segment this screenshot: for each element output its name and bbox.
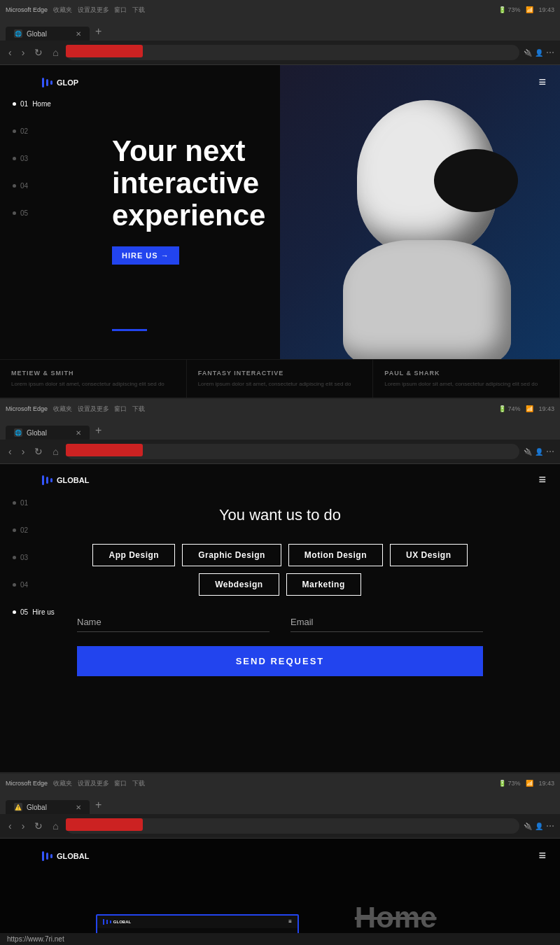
- service-ux-design[interactable]: UX Design: [390, 544, 468, 566]
- top-nav-1: GLOP ≡: [0, 65, 560, 99]
- s2-label-05: Hire us: [32, 608, 55, 616]
- logo-bar-2: [46, 79, 48, 86]
- logo-bar-1: [42, 78, 44, 88]
- forward-btn-3[interactable]: ›: [19, 819, 28, 833]
- s2-dot-02: [13, 528, 16, 532]
- url-text: https://www.7ri.net: [7, 935, 64, 943]
- client-name-3: PAUL & SHARK: [384, 370, 548, 377]
- home-btn-2[interactable]: ⌂: [50, 444, 61, 458]
- service-marketing[interactable]: Marketing: [286, 573, 361, 596]
- suit-body: [343, 240, 511, 359]
- email-field-wrapper: Email: [290, 617, 483, 632]
- big-nav-home[interactable]: Home: [355, 902, 464, 934]
- hamburger-menu-2[interactable]: ≡: [538, 472, 546, 487]
- s2-side-02[interactable]: 02: [13, 526, 55, 534]
- mini-logo-area: GLOBAL: [103, 919, 131, 925]
- service-app-design[interactable]: App Design: [92, 544, 175, 566]
- s2-side-03[interactable]: 03: [13, 554, 55, 561]
- s2-side-01[interactable]: 01: [13, 499, 55, 507]
- side-nav-2: 01 02 03 04 05 Hire us: [13, 499, 55, 616]
- browser-addressbar-2: ‹ › ↻ ⌂ 🔌 👤 ⋯: [0, 440, 560, 463]
- logo-text: GLOP: [57, 78, 78, 87]
- logo-bar-6: [50, 478, 52, 482]
- tab-favicon-3: ⚠️: [14, 803, 22, 811]
- more-icon-2[interactable]: ⋯: [546, 447, 554, 456]
- mini-logo-bar1: [103, 919, 104, 925]
- browser-window-1: Microsoft Edge 收藏夹 设置及更多 窗口 下载 🔋 73% 📶 1…: [0, 0, 560, 65]
- email-label: Email: [290, 617, 483, 632]
- send-request-button[interactable]: SEND REQUEST: [77, 646, 483, 676]
- hamburger-menu-3[interactable]: ≡: [538, 848, 546, 863]
- service-webdesign[interactable]: Webdesign: [199, 573, 279, 596]
- client-item-3: PAUL & SHARK Lorem ipsum dolor sit amet,…: [373, 360, 560, 398]
- new-tab-btn-3[interactable]: +: [90, 796, 107, 814]
- logo-bar-5: [46, 477, 48, 484]
- browser-addressbar-1: ‹ › ↻ ⌂ 🔌 👤 ⋯: [0, 41, 560, 64]
- browser-app-name-3: Microsoft Edge: [6, 780, 48, 787]
- hamburger-menu-1[interactable]: ≡: [538, 75, 546, 90]
- back-btn-3[interactable]: ‹: [6, 819, 15, 833]
- progress-indicator: [112, 329, 147, 331]
- side-nav-item-01[interactable]: 01 Home: [13, 100, 51, 108]
- service-motion-design[interactable]: Motion Design: [288, 544, 383, 566]
- browser-tab-global-3[interactable]: ⚠️ Global ✕: [6, 800, 90, 814]
- new-tab-btn-2[interactable]: +: [90, 421, 107, 440]
- profile-icon-2: 👤: [535, 448, 543, 456]
- tab-close-btn-3[interactable]: ✕: [76, 804, 81, 811]
- service-buttons-group: App Design Graphic Design Motion Design …: [70, 544, 490, 596]
- tab-favicon: 🌐: [14, 29, 22, 38]
- logo-3: GLOBAL: [42, 851, 89, 861]
- logo-1: GLOP: [42, 78, 78, 88]
- s2-side-05[interactable]: 05 Hire us: [13, 608, 55, 616]
- refresh-btn[interactable]: ↻: [31, 46, 46, 59]
- refresh-btn-2[interactable]: ↻: [31, 444, 46, 458]
- address-bar-container-2: [66, 444, 519, 459]
- side-num-05: 05: [20, 209, 28, 217]
- logo-text-3: GLOBAL: [57, 852, 89, 860]
- browser-menu-items-3: 收藏夹 设置及更多 窗口 下载: [53, 779, 145, 788]
- hire-us-button[interactable]: HIRE US →: [112, 246, 179, 265]
- more-icon[interactable]: ⋯: [546, 48, 554, 57]
- tab-favicon-2: 🌐: [14, 428, 22, 437]
- back-btn[interactable]: ‹: [6, 46, 15, 59]
- tab-label-3: Global: [27, 804, 47, 811]
- browser-tab-global-2[interactable]: 🌐 Global ✕: [6, 426, 90, 440]
- forward-btn[interactable]: ›: [19, 46, 28, 59]
- side-num-01: 01: [20, 100, 28, 108]
- new-tab-btn[interactable]: +: [90, 22, 107, 41]
- tab-close-btn-2[interactable]: ✕: [76, 429, 81, 437]
- browser-topbar-1: Microsoft Edge 收藏夹 设置及更多 窗口 下载 🔋 73% 📶 1…: [0, 0, 560, 20]
- browser-topbar-3: Microsoft Edge 收藏夹 设置及更多 窗口 下载 🔋 73% 📶 1…: [0, 774, 560, 793]
- more-icon-3[interactable]: ⋯: [546, 821, 554, 831]
- browser-sys-icons-2: 🔋 74% 📶 19:43: [498, 405, 554, 412]
- nav-overlay-section: GLOBAL ≡ GLOBAL ≡: [0, 839, 560, 945]
- side-nav-item-04[interactable]: 04: [13, 182, 51, 190]
- hero-content: Your next interactive experience HIRE US…: [112, 135, 364, 265]
- side-dot-04: [13, 184, 16, 188]
- annotation-overlay-3: [66, 818, 143, 831]
- client-name-1: METIEW & SMITH: [11, 370, 175, 377]
- side-nav-item-02[interactable]: 02: [13, 127, 51, 135]
- refresh-btn-3[interactable]: ↻: [31, 819, 46, 833]
- browser-app-name-2: Microsoft Edge: [6, 405, 48, 412]
- home-btn[interactable]: ⌂: [50, 46, 61, 59]
- logo-bar-4: [42, 475, 44, 485]
- back-btn-2[interactable]: ‹: [6, 444, 15, 458]
- s2-dot-05: [13, 610, 16, 614]
- home-btn-3[interactable]: ⌂: [50, 819, 61, 833]
- browser-tabs-1: 🌐 Global ✕ +: [0, 20, 560, 41]
- name-field-wrapper: Name: [77, 617, 270, 632]
- service-graphic-design[interactable]: Graphic Design: [182, 544, 281, 566]
- side-nav-item-03[interactable]: 03: [13, 155, 51, 162]
- tab-close-btn[interactable]: ✕: [76, 30, 81, 38]
- mini-logo-bar2: [106, 920, 108, 924]
- forward-btn-2[interactable]: ›: [19, 444, 28, 458]
- annotation-overlay-2: [66, 444, 143, 456]
- extension-icon-3: 🔌: [524, 822, 532, 830]
- logo-2: GLOBAL: [42, 475, 89, 485]
- hire-form-section: 01 02 03 04 05 Hire us GLOBAL: [0, 464, 560, 772]
- browser-tab-global[interactable]: 🌐 Global ✕: [6, 27, 90, 41]
- logo-bar-8: [46, 853, 48, 860]
- side-nav-item-05[interactable]: 05: [13, 209, 51, 217]
- s2-side-04[interactable]: 04: [13, 581, 55, 589]
